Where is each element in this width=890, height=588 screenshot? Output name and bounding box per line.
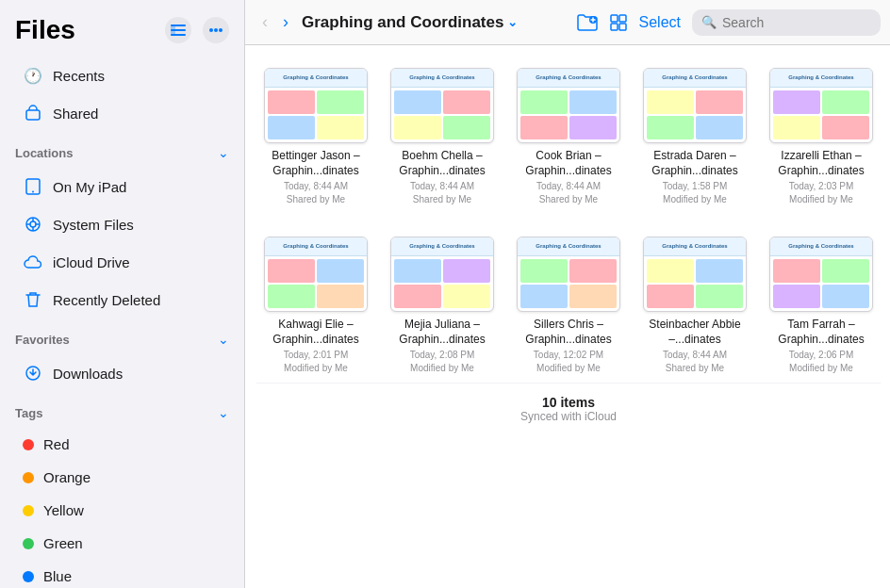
search-input[interactable] — [722, 15, 887, 30]
svg-point-9 — [32, 191, 34, 193]
sidebar-item-tag-red[interactable]: Red — [8, 428, 237, 461]
sidebar-item-on-my-ipad[interactable]: On My iPad — [8, 168, 237, 205]
sidebar-icloud-drive-label: iCloud Drive — [53, 254, 130, 270]
sidebar-item-tag-orange[interactable]: Orange — [8, 461, 237, 494]
back-button[interactable]: ‹ — [256, 8, 273, 36]
item-count: 10 items — [268, 395, 869, 410]
thumb-body — [391, 256, 493, 311]
file-name: Tam Farrah – Graphin...dinates — [769, 318, 873, 347]
sidebar-item-icloud-drive[interactable]: iCloud Drive — [8, 243, 237, 281]
favorites-section-header: Favorites ⌄ — [0, 322, 244, 351]
thumb-body — [644, 88, 746, 142]
locations-section-header: Locations ⌄ — [0, 136, 244, 164]
locations-chevron-icon[interactable]: ⌄ — [218, 145, 229, 160]
sidebar-item-downloads[interactable]: Downloads — [8, 354, 237, 392]
thumb-cell — [394, 285, 441, 308]
thumb-cell — [696, 285, 743, 308]
ipad-icon — [23, 176, 43, 197]
file-meta: Today, 2:03 PMModified by Me — [789, 180, 854, 206]
file-grid-container: Graphing & Coordinates Bettinger Jason –… — [245, 45, 890, 588]
shared-icon — [23, 103, 43, 123]
svg-point-5 — [214, 28, 218, 32]
file-thumbnail: Graphing & Coordinates — [517, 68, 620, 143]
tags-chevron-icon[interactable]: ⌄ — [218, 405, 229, 420]
sidebar-item-tag-green[interactable]: Green — [8, 527, 237, 560]
thumb-cell — [773, 285, 820, 308]
thumb-cell — [443, 116, 490, 139]
clock-icon: 🕐 — [23, 65, 43, 86]
svg-rect-7 — [26, 110, 40, 120]
grid-view-button[interactable] — [609, 13, 628, 32]
file-thumbnail: Graphing & Coordinates — [264, 68, 368, 143]
sidebar-item-shared[interactable]: Shared — [8, 94, 237, 132]
sidebar-item-recents[interactable]: 🕐 Recents — [8, 57, 237, 94]
thumb-cell — [569, 259, 617, 283]
select-button[interactable]: Select — [639, 14, 681, 31]
file-item[interactable]: Graphing & Coordinates Steinbacher Abbie… — [635, 229, 754, 383]
tag-label-green: Green — [43, 535, 83, 551]
tag-dot-yellow — [23, 505, 34, 516]
file-item[interactable]: Graphing & Coordinates Cook Brian – Grap… — [509, 60, 628, 214]
file-item[interactable]: Graphing & Coordinates Estrada Daren – G… — [635, 60, 754, 214]
file-name: Bettinger Jason – Graphin...dinates — [264, 149, 368, 178]
thumb-cell — [696, 259, 743, 283]
tags-section-header: Tags ⌄ — [0, 396, 244, 424]
sidebar-toggle-button[interactable] — [165, 17, 191, 43]
svg-point-4 — [209, 28, 213, 32]
sidebar-item-tag-yellow[interactable]: Yellow — [8, 494, 237, 527]
thumb-body — [518, 88, 619, 142]
thumb-header: Graphing & Coordinates — [644, 237, 746, 256]
new-folder-button[interactable] — [577, 13, 598, 32]
thumb-cell — [394, 116, 441, 139]
thumb-cell — [773, 90, 820, 114]
thumb-cell — [394, 259, 441, 283]
file-meta: Today, 2:08 PMModified by Me — [410, 349, 475, 375]
thumb-body — [770, 88, 872, 142]
file-thumbnail: Graphing & Coordinates — [643, 68, 747, 143]
current-folder-title: Graphing and Coordinates — [302, 13, 503, 32]
file-item[interactable]: Graphing & Coordinates Boehm Chella – Gr… — [383, 60, 502, 214]
thumb-cell — [520, 90, 568, 114]
file-meta: Today, 1:58 PMModified by Me — [663, 180, 728, 206]
file-item[interactable]: Graphing & Coordinates Bettinger Jason –… — [256, 60, 375, 214]
sidebar-item-tag-blue[interactable]: Blue — [8, 560, 237, 588]
favorites-chevron-icon[interactable]: ⌄ — [218, 332, 229, 347]
thumb-cell — [268, 90, 315, 114]
sidebar-on-my-ipad-label: On My iPad — [53, 179, 126, 195]
sidebar-recently-deleted-label: Recently Deleted — [53, 292, 160, 308]
thumb-cell — [317, 259, 364, 283]
thumb-cell — [268, 285, 315, 308]
thumb-cell — [822, 259, 869, 283]
downloads-icon — [23, 363, 43, 384]
thumb-header: Graphing & Coordinates — [518, 69, 619, 88]
thumb-header: Graphing & Coordinates — [770, 237, 872, 256]
thumb-body — [644, 256, 746, 311]
file-grid-footer: 10 items Synced with iCloud — [256, 383, 881, 434]
sidebar-item-system-files[interactable]: System Files — [8, 205, 237, 243]
file-name: Boehm Chella – Graphin...dinates — [390, 149, 494, 178]
tag-dot-green — [23, 538, 34, 549]
file-item[interactable]: Graphing & Coordinates Izzarelli Ethan –… — [762, 60, 881, 214]
file-item[interactable]: Graphing & Coordinates Tam Farrah – Grap… — [762, 229, 881, 383]
file-thumbnail: Graphing & Coordinates — [517, 237, 620, 312]
thumb-header: Graphing & Coordinates — [518, 237, 619, 256]
thumb-cell — [268, 259, 315, 283]
title-chevron-icon[interactable]: ⌄ — [507, 15, 518, 29]
sidebar-system-files-label: System Files — [53, 217, 134, 233]
file-item[interactable]: Graphing & Coordinates Sillers Chris – G… — [509, 229, 628, 383]
thumb-cell — [317, 285, 364, 308]
file-thumbnail: Graphing & Coordinates — [390, 68, 494, 143]
favorites-section: Downloads — [0, 351, 244, 396]
sidebar-item-recently-deleted[interactable]: Recently Deleted — [8, 281, 237, 318]
toolbar: ‹ › Graphing and Coordinates ⌄ — [245, 0, 890, 45]
svg-rect-19 — [619, 15, 626, 22]
forward-button[interactable]: › — [277, 8, 294, 36]
thumb-body — [770, 256, 872, 311]
file-item[interactable]: Graphing & Coordinates Mejia Juliana – G… — [383, 229, 502, 383]
thumb-cell — [394, 90, 441, 114]
thumb-cell — [647, 90, 694, 114]
file-thumbnail: Graphing & Coordinates — [769, 237, 873, 312]
file-item[interactable]: Graphing & Coordinates Kahwagi Elie – Gr… — [256, 229, 375, 383]
trash-icon — [23, 289, 43, 310]
more-options-button[interactable] — [203, 17, 229, 43]
